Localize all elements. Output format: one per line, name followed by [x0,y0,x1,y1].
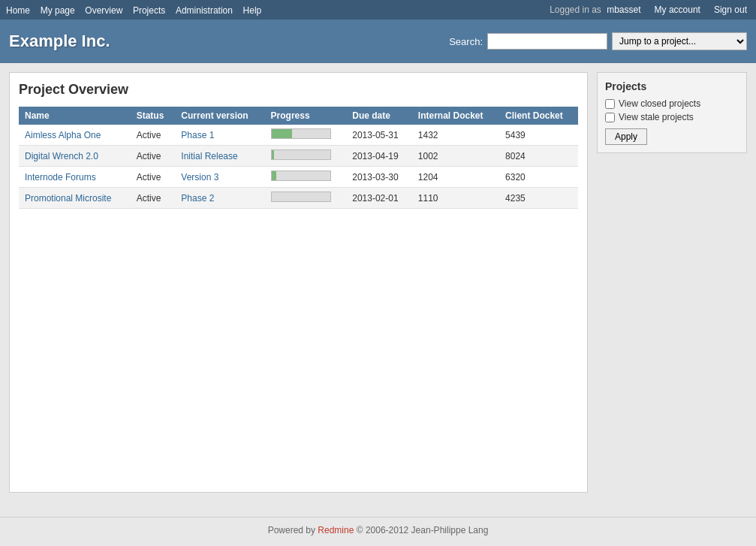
progress-bar-fill [272,129,292,138]
cell-due-date: 2013-02-01 [346,188,412,209]
cell-progress [265,146,347,167]
footer-text-after: © 2006-2012 Jean-Philippe Lang [354,525,488,535]
progress-bar-fill [272,150,275,159]
view-closed-checkbox[interactable] [605,99,615,109]
table-body: Aimless Alpha OneActivePhase 12013-05-31… [19,125,578,209]
nav-links: Home My page Overview Projects Administr… [6,5,269,16]
table-row: Internode ForumsActiveVersion 32013-03-3… [19,167,578,188]
search-input[interactable] [487,33,607,50]
progress-bar-container [271,192,331,202]
project-link[interactable]: Aimless Alpha One [25,130,101,140]
cell-name: Digital Wrench 2.0 [19,146,131,167]
nav-help[interactable]: Help [243,5,262,16]
version-link[interactable]: Phase 2 [181,193,214,204]
project-link[interactable]: Internode Forums [25,172,96,183]
username-link[interactable]: mbasset [607,5,640,15]
view-stale-checkbox[interactable] [605,113,615,122]
progress-bar-container [271,149,331,160]
cell-client-docket: 4235 [499,188,578,209]
project-link[interactable]: Digital Wrench 2.0 [25,151,98,161]
progress-bar-container [271,170,331,181]
cell-internal-docket: 1432 [412,125,499,146]
version-link[interactable]: Phase 1 [181,130,214,140]
table-row: Digital Wrench 2.0ActiveInitial Release2… [19,146,578,167]
cell-status: Active [131,167,176,188]
cell-client-docket: 6320 [499,167,578,188]
col-header-name: Name [19,107,131,125]
cell-name: Aimless Alpha One [19,125,131,146]
footer-redmine-link[interactable]: Redmine [318,525,354,535]
version-link[interactable]: Version 3 [181,172,218,183]
view-closed-label: View closed projects [619,98,700,109]
cell-version: Phase 2 [175,188,264,209]
cell-status: Active [131,125,176,146]
sidebar-option-stale: View stale projects [605,112,739,122]
cell-progress [265,188,347,209]
col-header-internal-docket: Internal Docket [412,107,499,125]
cell-version: Initial Release [175,146,264,167]
cell-client-docket: 5439 [499,125,578,146]
cell-progress [265,125,347,146]
table-header-row: Name Status Current version Progress Due… [19,107,578,125]
search-label: Search: [449,36,483,47]
view-stale-label: View stale projects [619,112,694,122]
table-row: Promotional MicrositeActivePhase 22013-0… [19,188,578,209]
col-header-version: Current version [175,107,264,125]
cell-due-date: 2013-03-30 [346,167,412,188]
my-account-link[interactable]: My account [655,5,700,15]
project-link[interactable]: Promotional Microsite [25,193,111,204]
cell-internal-docket: 1002 [412,146,499,167]
sidebar: Projects View closed projects View stale… [597,72,747,153]
nav-projects[interactable]: Projects [133,5,165,16]
cell-internal-docket: 1110 [412,188,499,209]
cell-due-date: 2013-04-19 [346,146,412,167]
sidebar-title: Projects [605,80,739,92]
app-title: Example Inc. [9,32,110,51]
nav-my-page[interactable]: My page [41,5,75,16]
main-wrapper: Project Overview Name Status Current ver… [0,63,756,502]
page-title: Project Overview [19,82,578,98]
version-link[interactable]: Initial Release [181,151,237,161]
cell-internal-docket: 1204 [412,167,499,188]
cell-status: Active [131,146,176,167]
table-row: Aimless Alpha OneActivePhase 12013-05-31… [19,125,578,146]
cell-progress [265,167,347,188]
progress-bar-fill [272,171,276,180]
projects-table: Name Status Current version Progress Due… [19,107,578,209]
header: Example Inc. Search: Jump to a project..… [0,20,756,63]
cell-client-docket: 8024 [499,146,578,167]
progress-bar-container [271,128,331,139]
cell-version: Version 3 [175,167,264,188]
table-header: Name Status Current version Progress Due… [19,107,578,125]
user-info: Logged in as mbasset My account Sign out [550,5,750,15]
nav-overview[interactable]: Overview [85,5,122,16]
search-area: Search: Jump to a project... [449,32,747,50]
cell-status: Active [131,188,176,209]
nav-home[interactable]: Home [6,5,30,16]
cell-name: Internode Forums [19,167,131,188]
cell-version: Phase 1 [175,125,264,146]
content-area: Project Overview Name Status Current ver… [9,72,588,493]
apply-button[interactable]: Apply [605,128,647,145]
footer: Powered by Redmine © 2006-2012 Jean-Phil… [0,517,756,543]
footer-text-before: Powered by [268,525,318,535]
nav-administration[interactable]: Administration [176,5,233,16]
col-header-progress: Progress [265,107,347,125]
sidebar-option-closed: View closed projects [605,98,739,109]
sign-out-link[interactable]: Sign out [714,5,747,15]
col-header-due-date: Due date [346,107,412,125]
cell-name: Promotional Microsite [19,188,131,209]
jump-to-project-select[interactable]: Jump to a project... [612,32,747,50]
col-header-client-docket: Client Docket [499,107,578,125]
logged-in-text: Logged in as [550,5,604,15]
col-header-status: Status [131,107,176,125]
cell-due-date: 2013-05-31 [346,125,412,146]
top-navigation: Home My page Overview Projects Administr… [0,0,756,20]
